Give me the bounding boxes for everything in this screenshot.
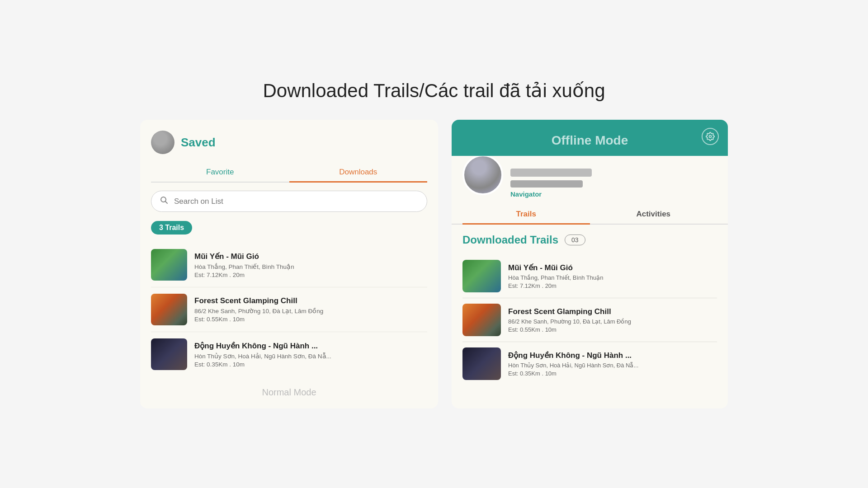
- profile-section: Navigator: [452, 156, 728, 198]
- trail-item[interactable]: Forest Scent Glamping Chill 86/2 Khe San…: [151, 287, 427, 332]
- trail-name: Động Huyền Không - Ngũ Hành ...: [508, 351, 717, 360]
- trail-thumb: [462, 260, 501, 292]
- right-tabs: Trails Activities: [452, 205, 728, 225]
- right-avatar: [462, 155, 503, 195]
- left-tabs: Favorite Downloads: [151, 163, 427, 183]
- tab-activities[interactable]: Activities: [590, 205, 717, 224]
- trail-name: Mũi Yến - Mũi Gió: [508, 263, 717, 272]
- search-icon: [160, 196, 169, 207]
- trail-thumb: [462, 347, 501, 380]
- svg-line-1: [165, 202, 168, 204]
- trail-info: Mũi Yến - Mũi Gió Hòa Thắng, Phan Thiết,…: [194, 252, 427, 278]
- count-badge: 03: [565, 235, 585, 245]
- trail-info: Forest Scent Glamping Chill 86/2 Khe San…: [194, 296, 427, 323]
- trail-name: Forest Scent Glamping Chill: [194, 296, 427, 305]
- trail-list: Mũi Yến - Mũi Gió Hòa Thắng, Phan Thiết,…: [151, 243, 427, 376]
- trail-info: Động Huyền Không - Ngũ Hành ... Hòn Thủy…: [194, 341, 427, 368]
- trail-est: Est: 0.35Km . 10m: [508, 370, 717, 377]
- avatar: [151, 131, 175, 154]
- trail-info: Động Huyền Không - Ngũ Hành ... Hòn Thủy…: [508, 351, 717, 377]
- trail-name: Động Huyền Không - Ngũ Hành ...: [194, 341, 427, 351]
- downloaded-title: Downloaded Trails: [462, 234, 558, 246]
- trail-est: Est: 0.55Km . 10m: [194, 316, 427, 323]
- trail-thumb: [151, 249, 187, 281]
- trails-count-badge: 3 Trails: [151, 221, 192, 235]
- trail-info: Mũi Yến - Mũi Gió Hòa Thắng, Phan Thiết,…: [508, 263, 717, 289]
- tab-downloads[interactable]: Downloads: [289, 163, 428, 183]
- saved-label: Saved: [181, 136, 216, 150]
- trail-item[interactable]: Forest Scent Glamping Chill 86/2 Khe San…: [462, 298, 717, 342]
- trail-name: Forest Scent Glamping Chill: [508, 307, 717, 316]
- trail-location: 86/2 Khe Sanh, Phường 10, Đà Lạt, Lâm Đồ…: [194, 307, 427, 314]
- panels-container: Saved Favorite Downloads 3 Trails Mũi Yế…: [140, 120, 728, 408]
- trail-item[interactable]: Mũi Yến - Mũi Gió Hòa Thắng, Phan Thiết,…: [151, 243, 427, 287]
- right-trail-list: Mũi Yến - Mũi Gió Hòa Thắng, Phan Thiết,…: [462, 254, 717, 385]
- trail-item[interactable]: Mũi Yến - Mũi Gió Hòa Thắng, Phan Thiết,…: [462, 254, 717, 298]
- left-panel: Saved Favorite Downloads 3 Trails Mũi Yế…: [140, 120, 438, 408]
- left-panel-header: Saved: [151, 131, 427, 154]
- profile-sub-bar: [510, 180, 583, 188]
- trail-location: Hòn Thủy Sơn, Hoà Hải, Ngũ Hành Sơn, Đà …: [194, 352, 427, 360]
- profile-info: Navigator: [510, 165, 717, 198]
- trail-thumb: [462, 304, 501, 336]
- right-content: Downloaded Trails 03 Mũi Yến - Mũi Gió H…: [452, 225, 728, 394]
- offline-header: Offline Mode: [452, 120, 728, 156]
- downloaded-header: Downloaded Trails 03: [462, 234, 717, 246]
- page-title: Downloaded Trails/Các trail đã tải xuống: [263, 80, 605, 102]
- trail-thumb: [151, 294, 187, 325]
- trail-est: Est: 7.12Km . 20m: [508, 282, 717, 289]
- trail-item[interactable]: Động Huyền Không - Ngũ Hành ... Hòn Thủy…: [151, 332, 427, 376]
- normal-mode-label: Normal Mode: [151, 387, 427, 398]
- trail-location: Hòa Thắng, Phan Thiết, Bình Thuận: [194, 263, 427, 270]
- trail-info: Forest Scent Glamping Chill 86/2 Khe San…: [508, 307, 717, 333]
- profile-name-bar: [510, 169, 592, 177]
- trail-est: Est: 7.12Km . 20m: [194, 272, 427, 278]
- trail-name: Mũi Yến - Mũi Gió: [194, 252, 427, 261]
- navigator-label: Navigator: [510, 190, 717, 198]
- right-panel: Offline Mode Navigator Trails Activities: [452, 120, 728, 408]
- trail-est: Est: 0.55Km . 10m: [508, 326, 717, 333]
- search-input[interactable]: [174, 197, 419, 206]
- trail-location: Hòn Thủy Sơn, Hoà Hải, Ngũ Hành Sơn, Đà …: [508, 362, 717, 369]
- trail-item[interactable]: Động Huyền Không - Ngũ Hành ... Hòn Thủy…: [462, 342, 717, 385]
- offline-title: Offline Mode: [462, 133, 717, 148]
- tab-favorite[interactable]: Favorite: [151, 163, 289, 182]
- tab-trails[interactable]: Trails: [462, 205, 590, 225]
- trail-thumb: [151, 338, 187, 370]
- trail-est: Est: 0.35Km . 10m: [194, 361, 427, 368]
- trail-location: 86/2 Khe Sanh, Phường 10, Đà Lạt, Lâm Đồ…: [508, 318, 717, 325]
- search-bar: [151, 191, 427, 212]
- trail-location: Hòa Thắng, Phan Thiết, Bình Thuận: [508, 274, 717, 281]
- gear-button[interactable]: [702, 128, 719, 145]
